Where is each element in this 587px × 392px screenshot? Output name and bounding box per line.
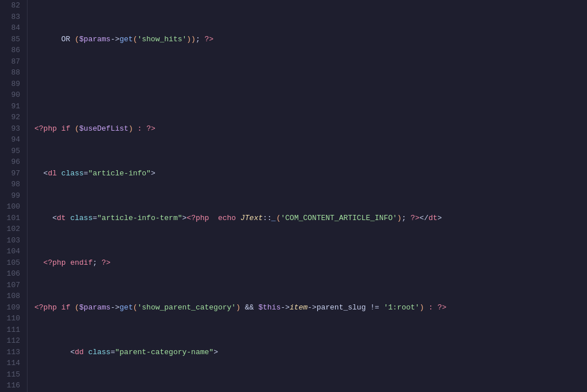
code-lines[interactable]: OR ($params->get('show_hits')); ?> <?php… [28, 0, 587, 392]
ln-99: 99 [5, 190, 20, 202]
ln-86: 86 [5, 45, 20, 56]
ln-106: 106 [5, 268, 20, 280]
code-editor: 82 83 84 85 86 87 88 89 90 91 92 93 94 9… [0, 0, 587, 392]
ln-109: 109 [5, 302, 20, 313]
ln-82: 82 [5, 0, 20, 11]
ln-97: 97 [5, 168, 20, 179]
ln-93: 93 [5, 123, 20, 135]
ln-113: 113 [5, 347, 20, 358]
ln-94: 94 [5, 134, 20, 146]
ln-102: 102 [5, 224, 20, 235]
ln-83: 83 [5, 11, 20, 23]
ln-98: 98 [5, 179, 20, 190]
ln-90: 90 [5, 89, 20, 101]
ln-100: 100 [5, 201, 20, 213]
ln-105: 105 [5, 257, 20, 269]
ln-104: 104 [5, 246, 20, 257]
ln-84: 84 [5, 22, 20, 34]
ln-89: 89 [5, 79, 20, 90]
ln-87: 87 [5, 56, 20, 68]
ln-95: 95 [5, 146, 20, 157]
code-line-89: <dd class="parent-category-name"> [34, 347, 587, 358]
ln-108: 108 [5, 291, 20, 302]
code-line-86: <dt class="article-info-term"><?php echo… [34, 213, 587, 224]
ln-88: 88 [5, 67, 20, 79]
ln-101: 101 [5, 213, 20, 224]
ln-116: 116 [5, 380, 20, 391]
ln-96: 96 [5, 156, 20, 168]
ln-92: 92 [5, 112, 20, 123]
code-line-82: OR ($params->get('show_hits')); ?> [34, 34, 587, 45]
ln-85: 85 [5, 34, 20, 45]
code-line-85: <dl class="article-info"> [34, 168, 587, 179]
ln-114: 114 [5, 358, 20, 369]
ln-107: 107 [5, 280, 20, 291]
ln-103: 103 [5, 235, 20, 246]
code-line-87: <?php endif; ?> [34, 257, 587, 269]
ln-111: 111 [5, 324, 20, 336]
ln-112: 112 [5, 335, 20, 347]
code-container: 82 83 84 85 86 87 88 89 90 91 92 93 94 9… [0, 0, 587, 392]
line-numbers: 82 83 84 85 86 87 88 89 90 91 92 93 94 9… [0, 0, 28, 392]
ln-115: 115 [5, 369, 20, 381]
code-line-83 [34, 79, 587, 90]
ln-91: 91 [5, 101, 20, 112]
ln-110: 110 [5, 313, 20, 324]
code-line-84: <?php if ($useDefList) : ?> [34, 123, 587, 135]
code-line-88: <?php if ($params->get('show_parent_cate… [34, 302, 587, 313]
